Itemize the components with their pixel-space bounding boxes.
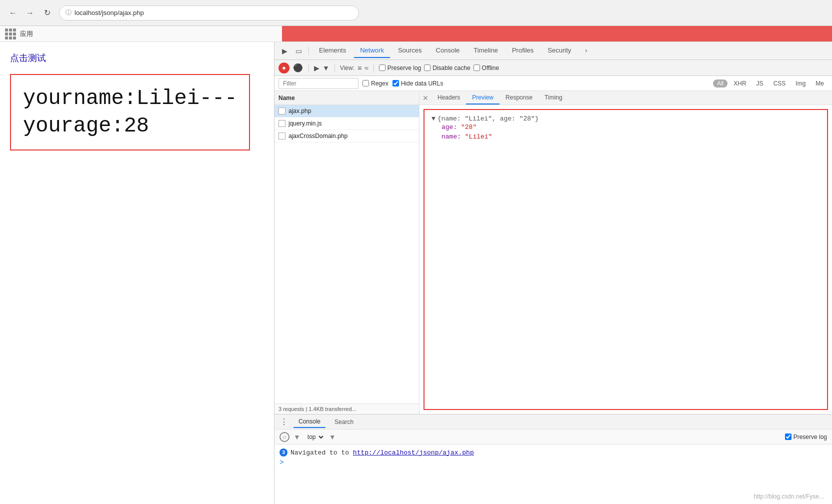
hide-data-urls-option[interactable]: Hide data URLs <box>392 80 444 87</box>
json-age-item: age: "28" <box>432 122 820 132</box>
device-mode-button[interactable]: ▭ <box>292 45 304 57</box>
preserve-log-console: Preserve log <box>785 434 827 440</box>
file-item-crossdomain[interactable]: ajaxCrossDomain.php <box>274 130 419 142</box>
json-toggle[interactable]: ▼ <box>432 115 436 122</box>
console-prompt[interactable]: > <box>280 458 827 466</box>
context-selector[interactable]: top <box>304 433 325 441</box>
tab-console[interactable]: Console <box>430 44 466 58</box>
regex-option[interactable]: Regex <box>362 80 388 87</box>
devtools-panel: ▶ ▭ Elements Network Sources Console Tim… <box>274 42 832 504</box>
preserve-log-checkbox[interactable] <box>379 64 386 71</box>
file-icon-ajax <box>278 108 286 114</box>
preview-panel: ✕ Headers Preview Response Timing ▼ {nam… <box>420 91 832 414</box>
view-tree-icon[interactable]: ≈ <box>364 64 368 72</box>
hide-data-urls-checkbox[interactable] <box>392 80 399 86</box>
file-list-header: Name <box>274 91 419 105</box>
context-dropdown-icon[interactable]: ▼ <box>329 433 336 441</box>
offline-text: Offline <box>482 64 499 72</box>
tab-elements[interactable]: Elements <box>313 44 352 58</box>
navigated-text: Navigated to <box>290 449 338 456</box>
file-name-crossdomain: ajaxCrossDomain.php <box>288 132 348 140</box>
network-toolbar: ● ⚫ ▶ ▼ View: ≡ ≈ Preserve log Disable c… <box>274 60 832 76</box>
bookmarks-label: 应用 <box>20 30 33 38</box>
file-icon-jquery <box>278 120 286 127</box>
json-name-value: "Lilei" <box>465 133 492 140</box>
console-tab-search[interactable]: Search <box>330 416 358 428</box>
tab-profiles[interactable]: Profiles <box>506 44 540 58</box>
camera-icon[interactable]: ▶ <box>314 64 320 72</box>
bookmarks-bar: 应用 <box>0 26 832 42</box>
console-tab-console[interactable]: Console <box>294 416 326 428</box>
preserve-log-text: Preserve log <box>388 64 421 72</box>
json-age-key: age: <box>442 124 461 131</box>
result-box: yourname:Lilei--- yourage:28 <box>10 74 250 150</box>
preview-tab-headers[interactable]: Headers <box>432 91 466 104</box>
url-text: localhost/jsonp/ajax.php <box>74 9 144 16</box>
regex-checkbox[interactable] <box>362 80 369 86</box>
console-filter-bar: ○ ▼ top ▼ Preserve log <box>274 430 832 444</box>
bookmarks-redbar <box>282 26 832 42</box>
toolbar-divider <box>308 64 309 72</box>
page-content: 点击测试 yourname:Lilei--- yourage:28 <box>0 42 274 504</box>
preview-tabs: ✕ Headers Preview Response Timing <box>420 91 832 105</box>
json-age-value: "28" <box>461 124 476 131</box>
preserve-log-console-checkbox[interactable] <box>785 434 792 440</box>
address-bar[interactable]: ⓘ localhost/jsonp/ajax.php <box>59 6 359 20</box>
preserve-log-label[interactable]: Preserve log <box>379 64 421 72</box>
browser-chrome: ← → ↻ ⓘ localhost/jsonp/ajax.php <box>0 0 832 26</box>
console-nav-message: 3 Navigated to to http://localhost/jsonp… <box>280 448 827 456</box>
network-area: Name ajax.php jquery.min.js ajaxCrossDom… <box>274 91 832 414</box>
tab-network[interactable]: Network <box>354 44 390 58</box>
console-menu-button[interactable]: ⋮ <box>278 416 290 428</box>
filter-tab-me[interactable]: Me <box>812 80 828 88</box>
preview-tab-preview[interactable]: Preview <box>466 91 500 104</box>
forward-button[interactable]: → <box>23 6 37 20</box>
close-preview-button[interactable]: ✕ <box>420 91 432 104</box>
refresh-button[interactable]: ↻ <box>40 6 54 20</box>
regex-label: Regex <box>371 80 388 87</box>
tab-more[interactable]: › <box>579 44 593 58</box>
offline-checkbox[interactable] <box>474 64 480 71</box>
file-name-jquery: jquery.min.js <box>288 120 322 127</box>
nav-text: Navigated to to http://localhost/jsonp/a… <box>290 449 474 456</box>
prompt-symbol: > <box>280 458 284 466</box>
filter-tab-img[interactable]: Img <box>792 80 810 88</box>
nav-buttons: ← → ↻ <box>6 6 54 20</box>
preview-tab-response[interactable]: Response <box>500 91 538 104</box>
filter-tab-js[interactable]: JS <box>752 80 768 88</box>
hide-data-urls-label: Hide data URLs <box>401 80 444 87</box>
nav-url-link[interactable]: http://localhost/jsonp/ajax.php <box>353 449 474 456</box>
clear-button[interactable]: ⚫ <box>292 62 304 74</box>
disable-cache-checkbox[interactable] <box>424 64 430 71</box>
disable-cache-label[interactable]: Disable cache <box>424 64 470 72</box>
json-root: ▼ {name: "Lilei", age: "28"} <box>432 115 820 122</box>
file-item-ajax[interactable]: ajax.php <box>274 105 419 118</box>
inspect-element-button[interactable]: ▶ <box>278 45 290 57</box>
filter-tab-css[interactable]: CSS <box>770 80 790 88</box>
offline-label[interactable]: Offline <box>474 64 499 72</box>
console-filter-icon[interactable]: ▼ <box>294 433 300 441</box>
click-test-link[interactable]: 点击测试 <box>10 52 264 64</box>
file-item-jquery[interactable]: jquery.min.js <box>274 118 419 130</box>
tab-security[interactable]: Security <box>542 44 577 58</box>
toolbar-divider3 <box>374 64 374 72</box>
status-bar: 3 requests | 1.4KB transferred... <box>274 404 419 414</box>
console-toolbar: ⋮ Console Search <box>274 414 832 430</box>
filter-tab-all[interactable]: All <box>713 80 728 88</box>
tab-timeline[interactable]: Timeline <box>468 44 504 58</box>
json-name-item: name: "Lilei" <box>432 132 820 142</box>
filter-input[interactable] <box>278 78 358 89</box>
record-button[interactable]: ● <box>278 62 290 74</box>
filter-icon[interactable]: ▼ <box>322 64 330 72</box>
back-button[interactable]: ← <box>6 6 20 20</box>
preview-tab-timing[interactable]: Timing <box>538 91 568 104</box>
file-name-ajax: ajax.php <box>288 108 311 114</box>
console-no-button[interactable]: ○ <box>280 432 290 442</box>
console-content: 3 Navigated to to http://localhost/jsonp… <box>274 444 832 504</box>
tab-sources[interactable]: Sources <box>392 44 428 58</box>
filter-tab-xhr[interactable]: XHR <box>730 80 750 88</box>
apps-grid-icon[interactable] <box>5 28 16 40</box>
view-list-icon[interactable]: ≡ <box>358 64 362 72</box>
result-line1: yourname:Lilei--- <box>23 85 237 112</box>
main-area: 点击测试 yourname:Lilei--- yourage:28 ▶ ▭ El… <box>0 42 832 504</box>
